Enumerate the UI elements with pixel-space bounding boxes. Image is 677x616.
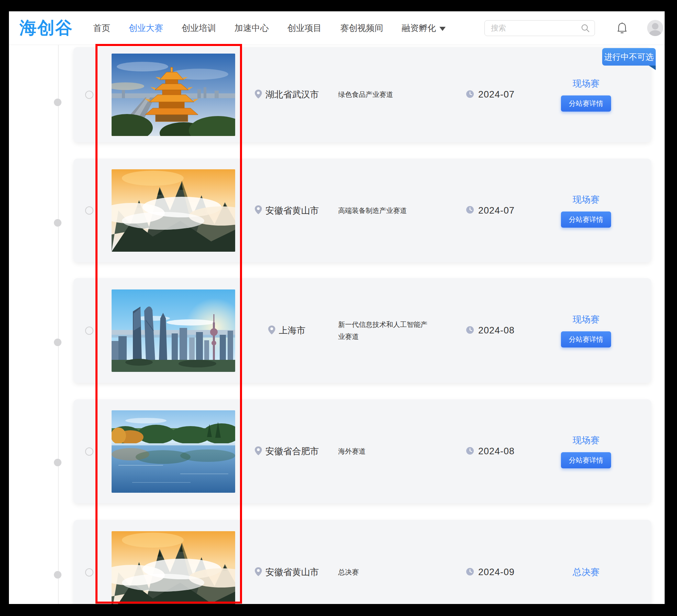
browser-viewport: 海创谷 首页创业大赛创业培训加速中心创业项目赛创视频间融资孵化 bbox=[9, 11, 665, 604]
main-menu: 首页创业大赛创业培训加速中心创业项目赛创视频间融资孵化 bbox=[93, 22, 464, 34]
city-label: 安徽省黄山市 bbox=[265, 205, 319, 217]
avatar-silhouette-body bbox=[649, 30, 661, 36]
radio-select[interactable] bbox=[85, 206, 93, 215]
location-pin-icon bbox=[254, 89, 262, 100]
detail-button[interactable]: 分站赛详情 bbox=[561, 95, 611, 112]
competition-card[interactable]: 安徽省黄山市 总决赛 2024-09 总决赛 bbox=[73, 520, 651, 604]
top-navbar: 海创谷 首页创业大赛创业培训加速中心创业项目赛创视频间融资孵化 bbox=[9, 11, 665, 45]
nav-item-label: 创业培训 bbox=[182, 22, 216, 34]
timeline-dot bbox=[54, 571, 61, 579]
nav-item-label: 首页 bbox=[93, 22, 110, 34]
detail-button[interactable]: 分站赛详情 bbox=[561, 331, 611, 347]
date-block: 2024-07 bbox=[466, 205, 515, 216]
detail-button[interactable]: 分站赛详情 bbox=[561, 212, 611, 228]
nav-item-label: 融资孵化 bbox=[402, 22, 436, 34]
actions-block: 现场赛 分站赛详情 bbox=[555, 434, 617, 468]
actions-block: 现场赛 分站赛详情 bbox=[555, 194, 617, 228]
nav-item-label: 创业大赛 bbox=[129, 22, 163, 34]
search-input[interactable] bbox=[484, 20, 595, 36]
bell-icon[interactable] bbox=[616, 22, 628, 34]
timeline-dot bbox=[54, 339, 61, 346]
track-label: 海外赛道 bbox=[338, 445, 432, 457]
chevron-down-icon bbox=[439, 27, 446, 31]
city-label: 上海市 bbox=[279, 324, 306, 336]
clock-icon bbox=[466, 326, 474, 335]
mode-link[interactable]: 现场赛 bbox=[573, 434, 599, 446]
radio-select[interactable] bbox=[85, 447, 93, 456]
mode-link[interactable]: 现场赛 bbox=[573, 78, 599, 90]
track-label: 绿色食品产业赛道 bbox=[338, 89, 432, 101]
mode-link[interactable]: 现场赛 bbox=[573, 194, 599, 206]
location-block: 安徽省合肥市 bbox=[235, 445, 338, 457]
competition-card[interactable]: 安徽省合肥市 海外赛道 2024-08 现场赛 分站赛详情 bbox=[73, 399, 651, 503]
date-block: 2024-07 bbox=[466, 89, 515, 100]
detail-button[interactable]: 分站赛详情 bbox=[561, 452, 611, 468]
nav-item-3[interactable]: 加速中心 bbox=[234, 22, 269, 34]
radio-select[interactable] bbox=[85, 327, 93, 335]
timeline-dot bbox=[54, 219, 61, 227]
track-label: 新一代信息技术和人工智能产业赛道 bbox=[338, 319, 432, 343]
venue-photo-huangshan-cloud-sea bbox=[112, 531, 235, 604]
status-badge-fold bbox=[649, 66, 656, 70]
mode-link[interactable]: 现场赛 bbox=[573, 313, 599, 326]
status-badge: 进行中不可选 bbox=[602, 48, 656, 66]
clock-icon bbox=[466, 90, 474, 100]
radio-select[interactable] bbox=[85, 568, 93, 577]
nav-item-label: 加速中心 bbox=[234, 22, 269, 34]
actions-block: 现场赛 分站赛详情 bbox=[555, 78, 617, 112]
location-pin-icon bbox=[268, 325, 276, 336]
date-block: 2024-08 bbox=[466, 446, 515, 457]
station-card-list: 湖北省武汉市 绿色食品产业赛道 2024-07 现场赛 分站赛详情 bbox=[9, 45, 665, 604]
location-pin-icon bbox=[254, 446, 262, 457]
nav-item-1[interactable]: 创业大赛 bbox=[129, 22, 163, 34]
competition-card[interactable]: 上海市 新一代信息技术和人工智能产业赛道 2024-08 现场赛 分站赛详情 bbox=[73, 278, 651, 383]
location-block: 安徽省黄山市 bbox=[235, 205, 338, 217]
date-label: 2024-09 bbox=[478, 567, 515, 578]
search-icon[interactable] bbox=[581, 23, 590, 34]
city-label: 安徽省合肥市 bbox=[265, 445, 319, 457]
site-logo[interactable]: 海创谷 bbox=[20, 16, 73, 39]
competition-timeline-page: 湖北省武汉市 绿色食品产业赛道 2024-07 现场赛 分站赛详情 bbox=[9, 45, 665, 604]
date-block: 2024-08 bbox=[466, 325, 515, 336]
venue-photo-shanghai-skyline bbox=[112, 289, 235, 372]
nav-item-6[interactable]: 融资孵化 bbox=[402, 22, 446, 34]
location-block: 湖北省武汉市 bbox=[235, 89, 338, 101]
nav-item-5[interactable]: 赛创视频间 bbox=[340, 22, 383, 34]
user-avatar[interactable] bbox=[647, 20, 663, 36]
location-block: 上海市 bbox=[235, 324, 338, 336]
venue-photo-huangshan-cloud-sea bbox=[112, 169, 235, 252]
search-box bbox=[484, 20, 595, 36]
city-label: 湖北省武汉市 bbox=[265, 89, 319, 101]
clock-icon bbox=[466, 206, 474, 215]
status-badge-label: 进行中不可选 bbox=[604, 52, 654, 62]
nav-item-4[interactable]: 创业项目 bbox=[287, 22, 322, 34]
competition-card[interactable]: 安徽省黄山市 高端装备制造产业赛道 2024-07 现场赛 分站赛详情 bbox=[73, 159, 651, 262]
clock-icon bbox=[466, 447, 474, 456]
city-label: 安徽省黄山市 bbox=[265, 566, 319, 578]
venue-photo-forest-lake-reflection bbox=[112, 410, 235, 493]
avatar-silhouette bbox=[652, 23, 658, 30]
date-label: 2024-07 bbox=[478, 205, 515, 216]
competition-card[interactable]: 湖北省武汉市 绿色食品产业赛道 2024-07 现场赛 分站赛详情 bbox=[73, 47, 651, 142]
date-label: 2024-07 bbox=[478, 89, 515, 100]
timeline-dot bbox=[54, 99, 61, 106]
location-block: 安徽省黄山市 bbox=[235, 566, 338, 578]
track-label: 高端装备制造产业赛道 bbox=[338, 205, 432, 217]
clock-icon bbox=[466, 568, 474, 577]
location-pin-icon bbox=[254, 567, 262, 578]
actions-block: 现场赛 分站赛详情 bbox=[555, 313, 617, 347]
venue-photo-yellow-crane-tower-wuhan bbox=[112, 54, 235, 136]
track-label: 总决赛 bbox=[338, 566, 432, 578]
nav-item-2[interactable]: 创业培训 bbox=[182, 22, 216, 34]
date-block: 2024-09 bbox=[466, 567, 515, 578]
nav-item-label: 创业项目 bbox=[287, 22, 322, 34]
date-label: 2024-08 bbox=[478, 325, 515, 336]
location-pin-icon bbox=[254, 205, 262, 216]
actions-block: 总决赛 bbox=[555, 566, 617, 578]
nav-item-label: 赛创视频间 bbox=[340, 22, 383, 34]
timeline-line bbox=[58, 45, 59, 604]
mode-link[interactable]: 总决赛 bbox=[573, 566, 599, 578]
nav-item-0[interactable]: 首页 bbox=[93, 22, 110, 34]
date-label: 2024-08 bbox=[478, 446, 515, 457]
radio-select[interactable] bbox=[85, 91, 93, 99]
